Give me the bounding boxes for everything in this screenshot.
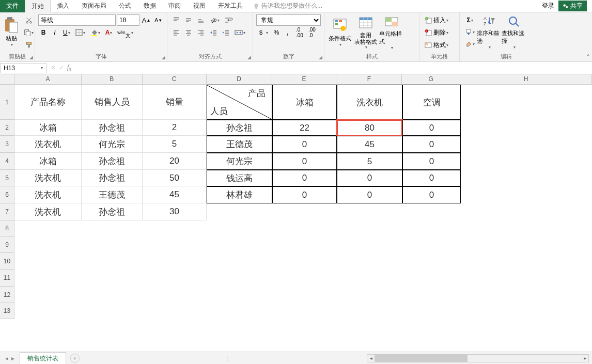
cell-E2[interactable]: 22 xyxy=(272,120,337,136)
cell-D1[interactable]: 产品人员 xyxy=(207,85,272,120)
cell-B4[interactable]: 孙念祖 xyxy=(82,153,143,170)
accounting-format-button[interactable]: $▾ xyxy=(256,27,270,38)
row-header-10[interactable]: 10 xyxy=(0,253,14,270)
percent-button[interactable]: % xyxy=(271,27,282,38)
row-header-7[interactable]: 7 xyxy=(0,203,14,220)
cell-D5[interactable]: 钱运高 xyxy=(207,170,272,186)
format-painter-button[interactable] xyxy=(22,39,36,51)
cell-F2[interactable]: 80 xyxy=(337,120,402,136)
align-right-button[interactable] xyxy=(195,27,207,38)
cell-B7[interactable]: 孙念祖 xyxy=(82,203,143,220)
decrease-indent-button[interactable] xyxy=(208,27,219,38)
cell-F6[interactable]: 0 xyxy=(337,186,402,203)
format-as-table-button[interactable]: 套用 表格格式▾ xyxy=(353,14,378,50)
row-header-11[interactable]: 11 xyxy=(0,270,14,287)
tab-developer[interactable]: 开发工具 xyxy=(212,0,249,12)
copy-button[interactable]: ▾ xyxy=(22,27,36,38)
border-button[interactable]: ▾ xyxy=(73,27,87,38)
merge-center-button[interactable]: ▾ xyxy=(232,27,247,38)
tab-formulas[interactable]: 公式 xyxy=(113,0,137,12)
cell-A2[interactable]: 冰箱 xyxy=(14,120,82,136)
cell-D2[interactable]: 孙念祖 xyxy=(207,120,272,136)
cancel-formula-icon[interactable]: ✕ xyxy=(51,64,56,71)
conditional-format-button[interactable]: 条件格式▾ xyxy=(328,14,352,50)
row-header-13[interactable]: 13 xyxy=(0,303,14,319)
sheet-tab[interactable]: 销售统计表 xyxy=(20,352,66,365)
italic-button[interactable]: I xyxy=(50,27,60,38)
cell-A5[interactable]: 洗衣机 xyxy=(14,170,82,186)
row-header-6[interactable]: 6 xyxy=(0,186,14,203)
delete-cells-button[interactable]: × 删除▾ xyxy=(423,27,456,38)
cell-F5[interactable]: 0 xyxy=(337,170,402,186)
tab-insert[interactable]: 插入 xyxy=(51,0,75,12)
align-left-button[interactable] xyxy=(170,27,182,38)
row-header-12[interactable]: 12 xyxy=(0,287,14,303)
cell-B3[interactable]: 何光宗 xyxy=(82,136,143,153)
cell-C7[interactable]: 30 xyxy=(143,203,207,220)
row-header-2[interactable]: 2 xyxy=(0,120,14,136)
cut-button[interactable] xyxy=(22,14,36,26)
scroll-left-arrow[interactable]: ◂ xyxy=(367,355,375,362)
fx-icon[interactable]: fx xyxy=(67,64,71,72)
number-dialog-launcher[interactable]: ◢ xyxy=(319,55,322,60)
tab-page-layout[interactable]: 页面布局 xyxy=(75,0,113,12)
cell-A4[interactable]: 冰箱 xyxy=(14,153,82,170)
tab-data[interactable]: 数据 xyxy=(137,0,162,12)
align-bottom-button[interactable] xyxy=(195,14,207,26)
tab-file[interactable]: 文件 xyxy=(0,0,25,12)
cell-E1[interactable]: 冰箱 xyxy=(272,85,337,120)
cell-B6[interactable]: 王德茂 xyxy=(82,186,143,203)
wrap-text-button[interactable] xyxy=(223,14,235,26)
fill-button[interactable]: ▾ xyxy=(463,26,477,38)
fill-color-button[interactable]: ▾ xyxy=(88,27,102,38)
alignment-dialog-launcher[interactable]: ◢ xyxy=(247,55,251,60)
comma-button[interactable]: , xyxy=(283,27,293,38)
cell-styles-button[interactable]: 单元格样式▾ xyxy=(379,14,404,50)
cell-A3[interactable]: 洗衣机 xyxy=(14,136,82,153)
cell-E6[interactable]: 0 xyxy=(272,186,337,203)
clipboard-dialog-launcher[interactable]: ◢ xyxy=(29,55,33,60)
col-header-C[interactable]: C xyxy=(143,74,207,84)
cell-C6[interactable]: 45 xyxy=(143,186,207,203)
collapse-ribbon-button[interactable]: ˄ xyxy=(587,54,590,60)
sheet-nav-next[interactable]: ▸ xyxy=(11,355,14,362)
font-name-combo[interactable] xyxy=(38,14,116,26)
name-box[interactable]: H13▾ xyxy=(0,63,46,73)
worksheet-grid[interactable]: ABCDEFGH 12345678910111213 产品名称销售人员销量冰箱孙… xyxy=(0,74,592,351)
row-header-1[interactable]: 1 xyxy=(0,85,14,120)
paste-button[interactable]: 粘贴▾ xyxy=(3,14,20,50)
cell-C3[interactable]: 5 xyxy=(143,136,207,153)
cell-G6[interactable]: 0 xyxy=(402,186,461,203)
sheet-nav-prev[interactable]: ◂ xyxy=(5,355,8,362)
bold-button[interactable]: B xyxy=(38,27,49,38)
cell-F4[interactable]: 5 xyxy=(337,153,402,170)
decrease-font-button[interactable]: A▼ xyxy=(153,14,164,26)
col-header-D[interactable]: D xyxy=(207,74,272,84)
underline-button[interactable]: U▾ xyxy=(61,27,72,38)
cell-A1[interactable]: 产品名称 xyxy=(14,85,82,120)
cell-F1[interactable]: 洗衣机 xyxy=(337,85,402,120)
align-center-button[interactable] xyxy=(183,27,194,38)
cell-C4[interactable]: 20 xyxy=(143,153,207,170)
orientation-button[interactable]: ab▾ xyxy=(208,14,222,26)
cell-C1[interactable]: 销量 xyxy=(143,85,207,120)
row-header-5[interactable]: 5 xyxy=(0,170,14,186)
cell-G5[interactable]: 0 xyxy=(402,170,461,186)
cell-G4[interactable]: 0 xyxy=(402,153,461,170)
cell-E3[interactable]: 0 xyxy=(272,136,337,153)
sort-filter-button[interactable]: AZ 排序和筛选▾ xyxy=(477,14,502,50)
autosum-button[interactable]: Σ▾ xyxy=(463,14,477,26)
cell-C2[interactable]: 2 xyxy=(143,120,207,136)
cell-D3[interactable]: 王德茂 xyxy=(207,136,272,153)
decrease-decimal-button[interactable]: .00.0 xyxy=(306,27,318,38)
enter-formula-icon[interactable]: ✓ xyxy=(59,64,64,71)
row-header-8[interactable]: 8 xyxy=(0,220,14,236)
col-header-F[interactable]: F xyxy=(336,74,402,84)
tell-me-search[interactable]: 告诉我您想要做什么... xyxy=(249,2,322,10)
font-color-button[interactable]: A▾ xyxy=(103,27,115,38)
align-middle-button[interactable] xyxy=(183,14,194,26)
font-size-combo[interactable] xyxy=(117,14,139,26)
scroll-thumb[interactable] xyxy=(375,355,468,362)
horizontal-scrollbar[interactable]: ◂ ▸ xyxy=(367,354,589,362)
cell-A7[interactable]: 洗衣机 xyxy=(14,203,82,220)
